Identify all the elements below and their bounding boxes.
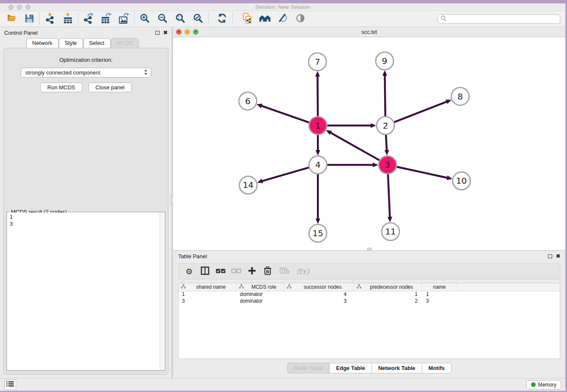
delete-table-button[interactable] bbox=[278, 265, 291, 278]
tab-motifs[interactable]: Motifs bbox=[422, 363, 451, 373]
cell-mcds-role[interactable]: dominator bbox=[237, 298, 284, 305]
close-panel-button[interactable]: Close panel bbox=[88, 83, 132, 92]
cell-shared-name[interactable]: 1 bbox=[179, 291, 237, 298]
zoom-fit-button[interactable] bbox=[171, 12, 189, 26]
network-window-titlebar: scc.txt × – + bbox=[173, 27, 565, 37]
cell-name[interactable]: 3 bbox=[422, 298, 457, 305]
tab-network-table[interactable]: Network Table bbox=[372, 363, 422, 373]
horizontal-splitter-handle[interactable] bbox=[367, 248, 372, 250]
tab-edge-table[interactable]: Edge Table bbox=[329, 363, 372, 373]
graph-edge-1-6[interactable] bbox=[261, 105, 309, 122]
network-minimize-button[interactable]: – bbox=[184, 29, 190, 35]
tab-node-table[interactable]: Node Table bbox=[287, 363, 330, 373]
cell-name[interactable]: 1 bbox=[422, 291, 457, 298]
export-network-button[interactable] bbox=[80, 12, 97, 26]
graph-node-label-3: 3 bbox=[385, 160, 391, 170]
graph-edge-2-3[interactable] bbox=[386, 135, 387, 152]
cell-successor-nodes[interactable]: 3 bbox=[284, 298, 354, 305]
deselect-all-icon bbox=[231, 268, 241, 275]
import-network-button[interactable] bbox=[41, 12, 59, 26]
table-row[interactable]: 3dominator323 bbox=[179, 298, 560, 305]
deselect-all-button[interactable] bbox=[230, 265, 242, 278]
cell-predecessor-nodes[interactable]: 1 bbox=[354, 291, 422, 298]
graph-node-label-11: 11 bbox=[385, 226, 396, 237]
save-session-button[interactable] bbox=[20, 12, 38, 26]
import-table-button[interactable] bbox=[59, 12, 77, 26]
search-input[interactable] bbox=[448, 16, 557, 22]
column-header-shared-name[interactable]: shared name bbox=[179, 283, 237, 291]
mcds-result-group: MCDS result (2 nodes) 1 3 bbox=[6, 212, 165, 371]
export-table-button[interactable] bbox=[97, 12, 115, 26]
tab-style[interactable]: Style bbox=[59, 38, 83, 48]
table-close-icon[interactable]: ✖ bbox=[556, 254, 560, 259]
show-all-eye-icon bbox=[295, 13, 306, 25]
zoom-selected-icon bbox=[193, 13, 204, 25]
table-row[interactable]: 1dominator411 bbox=[179, 291, 560, 298]
cell-shared-name[interactable]: 3 bbox=[179, 298, 237, 305]
dropdown-stepper-icon bbox=[144, 69, 148, 77]
toolbar-separator bbox=[78, 13, 78, 25]
zoom-in-button[interactable] bbox=[136, 12, 154, 26]
graph-edge-3-10[interactable] bbox=[396, 167, 448, 178]
apply-layout-button[interactable] bbox=[213, 12, 231, 26]
table-settings-button[interactable]: ⚙ bbox=[183, 265, 195, 278]
export-network-icon bbox=[83, 13, 94, 25]
toggle-columns-button[interactable] bbox=[198, 265, 211, 278]
zoom-selected-button[interactable] bbox=[189, 12, 207, 26]
open-session-button[interactable] bbox=[3, 12, 20, 26]
export-image-button[interactable] bbox=[115, 12, 133, 26]
graph-edge-4-14[interactable] bbox=[261, 168, 309, 182]
network-canvas[interactable]: 7968124314101511 bbox=[173, 37, 565, 250]
hide-selected-button[interactable] bbox=[274, 12, 292, 26]
mcds-panel: Optimization criterion: strongly connect… bbox=[3, 48, 168, 375]
mcds-result-lines: 1 3 bbox=[10, 214, 165, 227]
run-mcds-button[interactable]: Run MCDS bbox=[40, 83, 83, 92]
table-tabs: Node TableEdge TableNetwork TableMotifs bbox=[178, 363, 560, 373]
float-panel-icon[interactable] bbox=[155, 31, 160, 35]
function-builder-button[interactable]: f(x) bbox=[297, 265, 309, 278]
cell-predecessor-nodes[interactable]: 2 bbox=[354, 298, 422, 305]
column-header-mcds-role[interactable]: MCDS role bbox=[237, 283, 284, 291]
criterion-dropdown[interactable]: strongly connected component bbox=[21, 68, 151, 77]
table-header-row: shared nameMCDS rolesuccessor nodesprede… bbox=[179, 283, 560, 291]
select-all-icon bbox=[216, 268, 226, 275]
column-header-successor-nodes[interactable]: successor nodes bbox=[284, 283, 354, 291]
graph-edge-1-7[interactable] bbox=[317, 75, 318, 116]
tab-mcds[interactable]: MCDS bbox=[111, 38, 139, 48]
network-zoom-button[interactable]: + bbox=[193, 29, 198, 35]
network-graph[interactable]: 7968124314101511 bbox=[173, 37, 565, 250]
zoom-out-button[interactable] bbox=[154, 12, 171, 26]
toolbar-separator bbox=[134, 13, 135, 25]
delete-entry-button[interactable] bbox=[261, 265, 274, 278]
plus-icon bbox=[248, 267, 256, 276]
cell-successor-nodes[interactable]: 4 bbox=[284, 291, 354, 298]
graph-edge-3-11[interactable] bbox=[388, 174, 390, 218]
criterion-value: strongly connected component bbox=[25, 69, 144, 76]
close-panel-icon[interactable]: ✖ bbox=[163, 30, 168, 35]
mcds-result-list[interactable]: 1 3 bbox=[7, 213, 165, 370]
graph-edge-2-8[interactable] bbox=[394, 101, 447, 122]
graph-node-label-2: 2 bbox=[383, 121, 388, 131]
network-close-button[interactable]: × bbox=[176, 29, 182, 35]
column-header-name[interactable]: name bbox=[422, 283, 457, 291]
select-all-button[interactable] bbox=[214, 265, 227, 278]
table-body: 1dominator4113dominator323 bbox=[179, 291, 560, 305]
task-history-button[interactable] bbox=[4, 380, 16, 390]
show-all-button[interactable] bbox=[292, 12, 309, 26]
first-neighbors-button[interactable] bbox=[256, 12, 274, 26]
cell-mcds-role[interactable]: dominator bbox=[237, 291, 284, 298]
memory-button[interactable]: Memory bbox=[526, 380, 561, 389]
table-float-icon[interactable] bbox=[548, 254, 552, 258]
graph-edge-2-9[interactable] bbox=[385, 75, 385, 116]
tab-network[interactable]: Network bbox=[26, 38, 58, 48]
refresh-icon bbox=[217, 13, 228, 25]
result-scrollbar[interactable] bbox=[160, 213, 165, 370]
tree-icon bbox=[287, 284, 292, 290]
graph-arrowhead bbox=[316, 218, 320, 224]
add-entry-button[interactable] bbox=[245, 265, 258, 278]
graph-edge-3-1[interactable] bbox=[330, 132, 380, 160]
column-header-predecessor-nodes[interactable]: predecessor nodes bbox=[354, 283, 422, 291]
tab-select[interactable]: Select bbox=[83, 38, 110, 48]
clone-network-button[interactable] bbox=[238, 12, 256, 26]
titlebar: Session: New Session bbox=[0, 3, 565, 11]
